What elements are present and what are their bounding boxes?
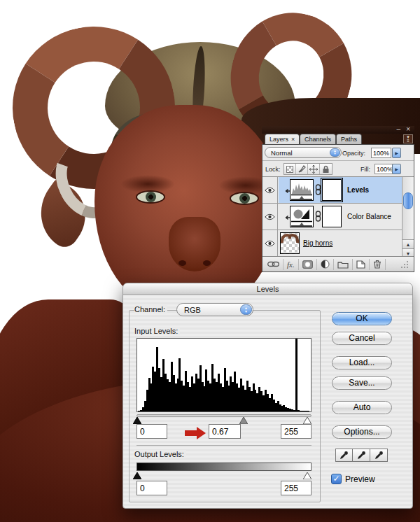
levels-histogram-icon [290,180,313,200]
demon-nose [169,217,220,271]
link-layers-button[interactable] [264,259,284,270]
opacity-slider-button[interactable]: ▶ [392,148,401,158]
layer-row-big-horns[interactable]: Big horns [262,230,402,257]
fill-slider-button[interactable]: ▶ [392,164,401,174]
layer-row-main[interactable]: Levels [279,177,402,203]
blend-mode-select[interactable]: Normal ▲▼ [265,147,342,158]
midtone-input-slider[interactable] [239,417,248,424]
eyedropper-icon [357,451,366,460]
new-group-button[interactable] [334,259,353,270]
close-icon[interactable]: × [406,126,410,133]
panel-status-bar: fx. [262,256,414,271]
lock-label: Lock: [265,166,281,173]
save-button[interactable]: Save... [332,376,392,390]
layers-list: Levels [262,177,402,258]
new-layer-button[interactable] [353,259,370,270]
input-shadow-field[interactable] [136,424,167,439]
load-button[interactable]: Load... [332,356,392,369]
delete-layer-button[interactable] [370,259,386,270]
new-layer-icon [356,260,365,269]
highlight-output-slider[interactable] [303,472,312,479]
layer-visibility-eye[interactable] [262,204,278,230]
options-button[interactable]: Options... [332,425,392,439]
layer-mask-icon [302,260,313,269]
dialog-title[interactable]: Levels [123,283,412,295]
black-point-eyedropper-button[interactable] [335,449,353,462]
left-eye [136,190,165,204]
lock-all-button[interactable] [320,164,332,174]
channel-select[interactable]: RGB ▲▼ [176,303,253,316]
layer-mask-thumbnail[interactable] [322,179,342,201]
layer-style-button[interactable]: fx. [284,259,299,270]
layers-scrollbar[interactable]: ▲ ▼ [402,177,414,258]
cancel-button[interactable]: Cancel [332,332,392,345]
input-highlight-field[interactable] [281,424,312,439]
minimize-icon[interactable]: – [396,126,400,133]
folder-icon [337,260,349,269]
layer-row-main[interactable]: Big horns [279,230,402,256]
input-slider-track[interactable] [136,414,312,417]
opacity-label: Opacity: [342,150,365,157]
left-iris [146,192,156,202]
tab-close-icon[interactable]: × [291,136,295,143]
dropdown-stepper-icon: ▲▼ [240,304,252,315]
lock-transparency-button[interactable] [284,164,296,174]
channel-value: RGB [184,304,201,316]
add-layer-mask-button[interactable] [299,259,317,270]
output-gradient-bar[interactable] [136,463,312,471]
layer-name[interactable]: Big horns [303,239,332,247]
highlight-input-slider[interactable] [303,417,312,424]
lock-row: Lock: Fill: ▶ [262,161,414,177]
white-point-eyedropper-button[interactable] [370,449,388,462]
big-horns-layer-thumbnail[interactable] [280,232,300,254]
fx-icon: fx. [287,260,295,269]
auto-button[interactable]: Auto [332,401,392,414]
input-midtone-field[interactable] [209,424,241,439]
layer-name[interactable]: Levels [347,186,369,194]
layer-row-levels[interactable]: Levels [262,177,402,204]
layer-row-main[interactable]: Color Balance [279,204,402,230]
demon-face [94,105,280,309]
mask-link-icon [315,184,321,195]
eye-icon [265,187,275,194]
tab-channels[interactable]: Channels [300,134,336,144]
dropdown-stepper-icon: ▲▼ [330,148,340,157]
new-adjustment-layer-button[interactable] [317,259,334,270]
lock-pixels-button[interactable] [296,164,308,174]
eye-icon [265,213,275,220]
panel-resize-grip[interactable] [398,259,412,270]
layer-mask-thumbnail[interactable] [322,206,342,227]
gray-point-eyedropper-button[interactable] [353,449,370,462]
opacity-input[interactable] [371,148,391,158]
histogram [136,338,312,412]
shadow-output-slider[interactable] [133,472,141,479]
eye-icon [265,240,275,247]
scroll-up-button[interactable]: ▲ [402,239,414,248]
layers-panel: – × Layers× Channels Paths ▼ ≡ Normal ▲▼ [262,126,414,272]
panel-tabs: Layers× Channels Paths ▼ ≡ [262,134,414,144]
blend-mode-value: Normal [271,148,293,157]
shadow-input-slider[interactable] [133,417,141,424]
preview-option: ✓ Preview [331,474,375,484]
levels-adjustment-thumbnail[interactable] [290,179,314,201]
panel-menu-icon[interactable]: ▼ ≡ [403,134,413,143]
levels-dialog: Levels Channel: RGB ▲▼ Input Levels: Out… [122,283,413,509]
output-levels-label: Output Levels: [134,450,186,458]
tab-paths[interactable]: Paths [336,134,362,144]
layer-visibility-eye[interactable] [262,230,278,256]
layer-row-color-balance[interactable]: Color Balance [262,204,402,230]
tab-layers[interactable]: Layers× [265,134,300,144]
scrollbar-thumb[interactable] [403,192,413,209]
color-balance-adjustment-thumbnail[interactable] [290,206,314,227]
lock-position-button[interactable] [308,164,320,174]
eyedropper-buttons [335,449,388,462]
fill-label: Fill: [360,166,370,173]
ok-button[interactable]: OK [332,312,392,325]
panel-titlebar[interactable]: – × [262,126,414,134]
layer-name[interactable]: Color Balance [347,213,391,220]
output-highlight-field[interactable] [281,481,312,495]
photoshop-workspace: – × Layers× Channels Paths ▼ ≡ Normal ▲▼ [0,0,420,522]
layer-visibility-eye[interactable] [262,177,278,203]
output-shadow-field[interactable] [136,481,167,495]
preview-checkbox[interactable]: ✓ [331,474,342,484]
